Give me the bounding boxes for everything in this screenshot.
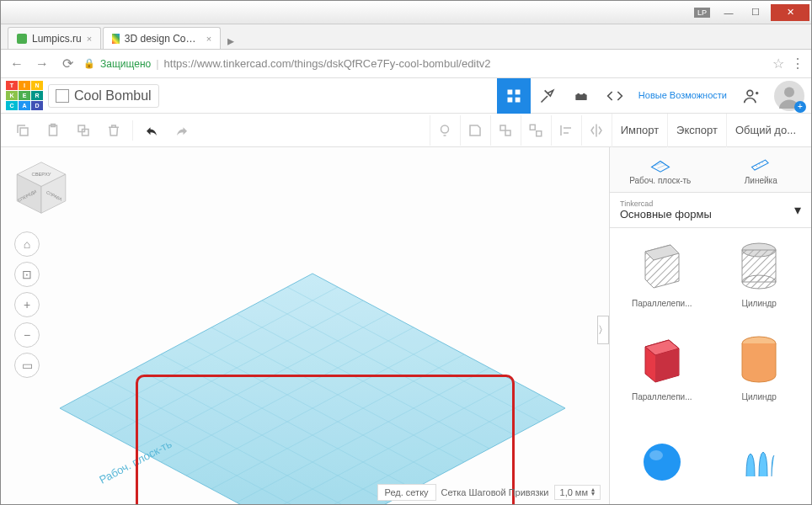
svg-rect-15 (500, 125, 505, 130)
brick-icon[interactable] (564, 78, 598, 114)
shape-cylinder-solid[interactable]: Цилиндр (714, 328, 805, 415)
shape-label: Цилиндр (742, 392, 777, 401)
canvas-3d[interactable]: СВЕРХУ СПЕРЕДИ СПРАВА ⌂ ⊡ + − ▭ Рабоч. п… (1, 147, 609, 505)
svg-rect-16 (505, 130, 510, 136)
shapes-grid: Параллелепи... Цилиндр Параллелепи... Ци… (610, 228, 811, 505)
category-main: Основные формы (620, 208, 712, 221)
category-sub: Tinkercad (620, 199, 712, 208)
group-icon[interactable] (490, 115, 521, 146)
import-button[interactable]: Импорт (612, 114, 667, 147)
news-link[interactable]: Новые Возможности (632, 90, 734, 101)
paste-button[interactable] (38, 115, 68, 146)
svg-point-59 (644, 444, 681, 481)
edit-grid-button[interactable]: Ред. сетку (377, 484, 436, 501)
share-button[interactable]: Общий до... (726, 114, 804, 147)
svg-point-14 (441, 125, 449, 133)
svg-point-60 (649, 450, 663, 460)
bookmark-icon[interactable]: ☆ (772, 56, 784, 72)
grid-controls: Ред. сетку Сетка Шаговой Привязки 1,0 мм… (377, 484, 601, 501)
align-icon[interactable] (551, 115, 581, 146)
browser-tabs: Lumpics.ru × 3D design Cool Bombul × ▸ (1, 24, 811, 50)
pickaxe-icon[interactable] (531, 78, 564, 114)
duplicate-button[interactable] (68, 115, 99, 146)
tab-favicon (17, 34, 27, 44)
browser-tab[interactable]: Lumpics.ru × (8, 27, 101, 49)
svg-point-5 (577, 93, 580, 95)
svg-rect-9 (20, 128, 28, 136)
browser-menu-icon[interactable]: ⋮ (791, 56, 804, 72)
svg-rect-2 (508, 97, 513, 102)
minimize-button[interactable]: — (717, 4, 740, 21)
shape-box-solid[interactable]: Параллелепи... (617, 328, 708, 415)
svg-point-6 (583, 93, 585, 95)
svg-rect-1 (516, 89, 521, 94)
zoom-in-button[interactable]: + (14, 292, 40, 317)
mirror-icon[interactable] (581, 115, 612, 146)
address-bar: ← → ⟳ 🔒 Защищено | https://www.tinkercad… (1, 50, 811, 78)
svg-rect-17 (530, 125, 535, 130)
bulb-icon[interactable] (430, 115, 460, 146)
lock-icon: 🔒 (83, 58, 95, 69)
reload-button[interactable]: ⟳ (58, 55, 77, 73)
ungroup-icon[interactable] (521, 115, 551, 146)
snap-value-select[interactable]: 1,0 мм▴▾ (554, 485, 601, 500)
cube-icon (56, 89, 69, 103)
fit-view-button[interactable]: ⊡ (14, 262, 40, 287)
url-field[interactable]: 🔒 Защищено | https://www.tinkercad.com/t… (83, 57, 766, 70)
shape-label: Цилиндр (742, 299, 777, 308)
forward-button[interactable]: → (33, 55, 51, 73)
redo-button[interactable] (167, 115, 197, 146)
browser-tab[interactable]: 3D design Cool Bombul × (103, 27, 221, 49)
ortho-view-button[interactable]: ▭ (14, 353, 40, 378)
svg-rect-3 (516, 97, 521, 102)
secure-label: Защищено (100, 58, 151, 70)
grid-view-button[interactable] (497, 78, 531, 114)
tab-title: Lumpics.ru (32, 33, 82, 45)
shape-label: Параллелепи... (632, 392, 692, 401)
undo-button[interactable] (136, 115, 167, 146)
svg-line-45 (756, 165, 757, 166)
svg-line-47 (762, 162, 763, 162)
snap-label: Сетка Шаговой Привязки (441, 487, 549, 497)
project-title-badge[interactable]: Cool Bombul (48, 84, 159, 108)
close-tab-icon[interactable]: × (206, 34, 211, 44)
close-tab-icon[interactable]: × (87, 34, 92, 44)
maximize-button[interactable]: ☐ (744, 4, 767, 21)
svg-marker-41 (651, 162, 669, 173)
svg-rect-18 (537, 130, 542, 136)
svg-rect-4 (576, 94, 587, 100)
zoom-out-button[interactable]: − (14, 322, 40, 348)
svg-point-8 (784, 87, 794, 97)
view-cube[interactable]: СВЕРХУ СПЕРЕДИ СПРАВА (11, 157, 72, 218)
shape-box-hole[interactable]: Параллелепи... (617, 235, 708, 322)
lp-badge: LP (694, 8, 710, 18)
close-button[interactable]: ✕ (771, 4, 809, 21)
app-header: TIN KER CAD Cool Bombul Новые Возможност… (1, 78, 811, 114)
viewcube-top-label: СВЕРХУ (32, 172, 51, 177)
tab-title: 3D design Cool Bombul (125, 33, 201, 45)
shape-other[interactable] (714, 422, 805, 499)
shape-cylinder-hole[interactable]: Цилиндр (714, 235, 805, 322)
export-button[interactable]: Экспорт (667, 114, 726, 147)
shape-label: Параллелепи... (632, 299, 692, 308)
new-tab-button[interactable]: ▸ (222, 32, 239, 49)
chevron-down-icon: ▾ (794, 202, 801, 218)
shape-sphere[interactable] (617, 422, 708, 499)
shapes-sidebar: Рабоч. плоск-ть Линейка Tinkercad Основн… (609, 147, 811, 505)
collapse-sidebar-button[interactable]: 〉 (597, 316, 609, 344)
back-button[interactable]: ← (8, 55, 26, 73)
add-user-icon[interactable] (734, 78, 767, 114)
shape-category-select[interactable]: Tinkercad Основные формы ▾ (610, 193, 811, 228)
delete-button[interactable] (99, 115, 129, 146)
note-icon[interactable] (460, 115, 490, 146)
workplane-tool-label: Рабоч. плоск-ть (629, 176, 691, 185)
user-avatar[interactable] (774, 81, 804, 111)
code-icon[interactable] (598, 78, 632, 114)
workplane-tool[interactable]: Рабоч. плоск-ть (610, 147, 711, 192)
copy-button[interactable] (8, 115, 38, 146)
edit-toolbar: Импорт Экспорт Общий до... (1, 114, 811, 147)
ruler-tool[interactable]: Линейка (711, 147, 812, 192)
tinkercad-logo[interactable]: TIN KER CAD (6, 81, 43, 111)
main-area: СВЕРХУ СПЕРЕДИ СПРАВА ⌂ ⊡ + − ▭ Рабоч. п… (1, 147, 811, 505)
home-view-button[interactable]: ⌂ (14, 231, 40, 257)
